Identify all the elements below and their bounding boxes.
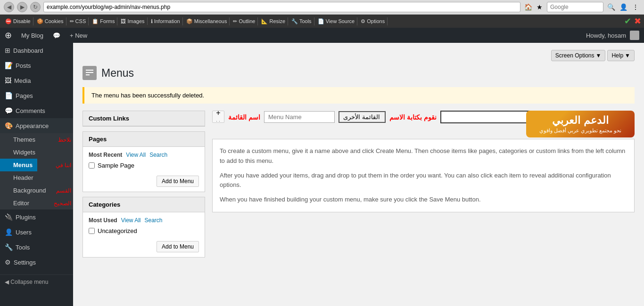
instructions-box: To create a custom menu, give it a name … <box>212 139 635 212</box>
sidebar-item-background[interactable]: Background <box>0 184 50 197</box>
add-menu-btn[interactable]: +· · <box>212 111 224 123</box>
pages-icon: 📄 <box>5 92 13 99</box>
url-bar[interactable] <box>43 2 520 12</box>
categories-tab-search[interactable]: Search <box>145 217 163 224</box>
new-content-btn[interactable]: + New <box>65 32 92 39</box>
toolbar-information[interactable]: ℹ Information <box>149 17 183 25</box>
main-content: Screen Options ▼ Help ▼ Menus The menu h… <box>73 43 644 306</box>
wp-logo[interactable]: ⊕ <box>5 30 12 40</box>
categories-add-to-menu-btn[interactable]: Add to Menu <box>157 241 199 252</box>
media-icon: 🖼 <box>5 77 11 84</box>
wp-layout: ⊞ Dashboard 📝 Posts 🖼 Media 📄 Pages 💬 Co… <box>0 43 644 306</box>
screen-options-btn[interactable]: Screen Options ▼ <box>551 50 606 61</box>
pages-box-header[interactable]: Pages <box>83 132 205 147</box>
sidebar: ⊞ Dashboard 📝 Posts 🖼 Media 📄 Pages 💬 Co… <box>0 43 73 306</box>
categories-tabs: Most Used View All Search <box>89 217 199 224</box>
screen-options-bar: Screen Options ▼ Help ▼ <box>83 50 635 61</box>
toolbar-images[interactable]: 🖼 Images <box>118 17 147 25</box>
instructions-line3: When you have finished building your cus… <box>220 195 627 205</box>
sidebar-item-appearance[interactable]: 🎨 Appearance <box>0 118 73 133</box>
toolbar-right-icons: ✔ ✖ <box>624 16 641 26</box>
categories-box-header[interactable]: Categories <box>83 197 205 212</box>
svg-rect-0 <box>86 70 93 71</box>
sidebar-item-header[interactable]: Header <box>0 171 73 184</box>
categories-box-body: Most Used View All Search Uncategorized … <box>83 212 205 257</box>
categories-tab-most-used[interactable]: Most Used <box>89 217 117 224</box>
menu-name-text-field[interactable] <box>440 111 535 123</box>
sidebar-item-themes[interactable]: Themes <box>0 133 40 146</box>
sidebar-item-posts[interactable]: 📝 Posts <box>0 58 73 73</box>
categories-box: Categories Most Used View All Search Unc… <box>83 197 205 258</box>
sidebar-item-widgets[interactable]: Widgets <box>0 146 73 159</box>
user-avatar[interactable] <box>630 31 639 40</box>
dashboard-icon: ⊞ <box>5 47 10 54</box>
collapse-label: Collapse menu <box>10 279 48 285</box>
annotation-editor: الصحيح <box>54 200 71 207</box>
sidebar-item-settings[interactable]: ⚙ Settings <box>0 255 73 270</box>
menus-area: Custom Links Pages Most Recent View All … <box>83 111 635 262</box>
toolbar-cookies[interactable]: 🍪 Cookies <box>34 17 66 25</box>
sidebar-media-label: Media <box>14 77 31 84</box>
browser-bar: ◀ ▶ ↻ 🏠 ★ 🔍 👤 ⋮ <box>0 0 644 15</box>
comment-icon[interactable]: 💬 <box>48 32 65 39</box>
toolbar-view-source[interactable]: 📄 View Source <box>315 17 358 25</box>
profile-icon[interactable]: 👤 <box>619 2 628 12</box>
toolbar-tools[interactable]: 🔧 Tools <box>289 17 314 25</box>
more-icon[interactable]: ⋮ <box>631 2 640 12</box>
pages-add-to-menu-btn[interactable]: Add to Menu <box>157 176 199 187</box>
sample-page-label: Sample Page <box>98 162 134 169</box>
sidebar-dashboard-label: Dashboard <box>13 47 43 54</box>
left-column: Custom Links Pages Most Recent View All … <box>83 111 205 262</box>
sidebar-item-editor[interactable]: Editor <box>0 197 34 209</box>
bookmark-icon[interactable]: ★ <box>535 2 544 12</box>
admin-bar-right: Howdy, hosam <box>586 31 639 40</box>
custom-links-header[interactable]: Custom Links <box>83 111 205 126</box>
howdy-text: Howdy, hosam <box>586 32 626 39</box>
x-icon: ✖ <box>634 16 641 26</box>
annotation-themes: نلاحظ <box>58 137 71 143</box>
search-icon[interactable]: 🔍 <box>606 2 616 12</box>
check-icon: ✔ <box>624 16 631 26</box>
uncategorized-checkbox[interactable] <box>89 228 95 234</box>
pages-tab-search[interactable]: Search <box>149 152 167 158</box>
my-blog-link[interactable]: My Blog <box>17 32 48 39</box>
developer-toolbar: ⛔ Disable 🍪 Cookies ✏ CSS 📋 Forms 🖼 Imag… <box>0 15 644 28</box>
sidebar-item-dashboard[interactable]: ⊞ Dashboard <box>0 43 73 58</box>
forward-button[interactable]: ▶ <box>17 2 27 12</box>
sample-page-checkbox[interactable] <box>89 162 95 169</box>
search-bar[interactable] <box>547 2 603 12</box>
pages-tab-most-recent[interactable]: Most Recent <box>89 152 122 158</box>
toolbar-outline[interactable]: ✏ Outline <box>231 17 258 25</box>
toolbar-miscellaneous[interactable]: 📦 Miscellaneous <box>184 17 230 25</box>
collapse-menu-btn[interactable]: ◀ Collapse menu <box>0 274 73 289</box>
custom-links-label: Custom Links <box>89 115 129 122</box>
instructions-line1: To create a custom menu, give it a name … <box>220 146 627 166</box>
current-menu-label: القائمة الأخرى <box>343 113 380 121</box>
toolbar-resize[interactable]: 📐 Resize <box>259 17 288 25</box>
sidebar-item-media[interactable]: 🖼 Media <box>0 73 73 88</box>
menu-name-input[interactable] <box>264 111 335 123</box>
help-btn[interactable]: Help ▼ <box>607 50 635 61</box>
sidebar-item-menus[interactable]: Menus <box>0 159 37 171</box>
sidebar-item-comments[interactable]: 💬 Comments <box>0 103 73 118</box>
toolbar-forms[interactable]: 📋 Forms <box>90 17 117 25</box>
categories-box-title: Categories <box>89 201 120 208</box>
sidebar-item-plugins[interactable]: 🔌 Plugins <box>0 209 73 225</box>
sidebar-item-pages[interactable]: 📄 Pages <box>0 88 73 103</box>
sidebar-item-users[interactable]: 👤 Users <box>0 225 73 240</box>
home-icon[interactable]: 🏠 <box>523 2 533 12</box>
logo-text: الدعم العربي <box>533 114 627 127</box>
sidebar-item-tools[interactable]: 🔧 Tools <box>0 240 73 255</box>
current-menu-name-display[interactable]: القائمة الأخرى <box>339 111 386 123</box>
toolbar-options[interactable]: ⚙ Options <box>358 17 388 25</box>
wp-admin-bar: ⊕ My Blog 💬 + New Howdy, hosam <box>0 28 644 43</box>
toolbar-css[interactable]: ✏ CSS <box>67 17 89 25</box>
svg-rect-2 <box>86 74 90 75</box>
reload-button[interactable]: ↻ <box>30 2 41 12</box>
back-button[interactable]: ◀ <box>4 2 14 12</box>
categories-tab-view-all[interactable]: View All <box>121 217 141 224</box>
toolbar-disable[interactable]: ⛔ Disable <box>3 17 33 25</box>
success-notice: The menu has been successfully deleted. <box>83 87 635 104</box>
pages-tab-view-all[interactable]: View All <box>126 152 146 158</box>
menus-icon <box>83 66 97 80</box>
